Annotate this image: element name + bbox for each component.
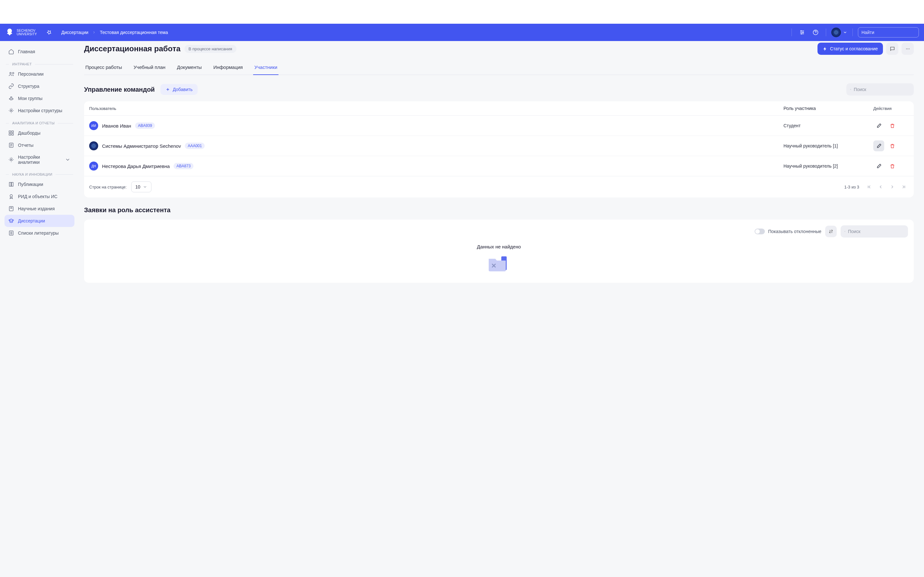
svg-point-7 [11, 97, 12, 98]
sidebar-item-label: Структура [18, 84, 39, 89]
global-search[interactable] [858, 27, 919, 37]
user-badge: ABA873 [174, 163, 194, 169]
team-search[interactable] [846, 83, 914, 95]
breadcrumb-item-1[interactable]: Тестовая диссертационная тема [100, 30, 168, 35]
page-title: Диссертационная работа [84, 44, 181, 53]
svg-point-6 [10, 73, 11, 74]
app-header: SECHENOV UNIVERSITY Диссертации Тестовая… [0, 24, 924, 41]
sidebar-item-structure-settings[interactable]: Настройки структуры [5, 105, 74, 117]
delete-button[interactable] [887, 120, 898, 131]
search-icon [850, 87, 851, 92]
sidebar-item-analytics-settings[interactable]: Настройки аналитики [5, 151, 74, 168]
medal-icon [8, 193, 14, 199]
global-search-input[interactable] [861, 30, 918, 35]
svg-point-9 [12, 98, 13, 99]
user-name: Иванов Иван [102, 123, 131, 129]
rows-per-page-select[interactable]: 10 [131, 181, 152, 192]
chevron-down-icon [143, 185, 147, 189]
sidebar-item-label: Списки литературы [18, 230, 59, 235]
add-button-label: Добавить [173, 87, 192, 92]
show-rejected-label: Показывать отклоненные [768, 229, 821, 234]
svg-point-27 [845, 231, 845, 232]
empty-state-text: Данных не найдено [90, 244, 908, 250]
tab-process[interactable]: Процесс работы [84, 61, 123, 75]
chevron-right-icon [92, 31, 96, 34]
team-search-input[interactable] [854, 87, 910, 92]
tab-info[interactable]: Информация [212, 61, 244, 75]
sidebar-section-label: АНАЛИТИКА И ОТЧЕТЫ [12, 121, 55, 125]
note-icon [8, 206, 14, 211]
tab-participants[interactable]: Участники [253, 61, 279, 75]
sort-icon [829, 229, 834, 234]
sidebar-item-people[interactable]: Персоналии [5, 68, 74, 80]
status-button[interactable]: Статус и согласование [817, 43, 883, 55]
next-page-button[interactable] [887, 182, 897, 192]
user-avatar: ДН [89, 161, 98, 171]
assistants-search-input[interactable] [848, 229, 904, 234]
sort-button[interactable] [825, 226, 837, 237]
user-avatar [89, 141, 98, 150]
bolt-icon [822, 47, 827, 51]
sidebar-item-bibliography[interactable]: Списки литературы [5, 227, 74, 239]
edit-button[interactable] [873, 161, 884, 171]
fingerprint-icon [91, 143, 96, 148]
sidebar: Главная ИНТРАНЕТ Персоналии Структура Мо… [0, 24, 79, 295]
sidebar-item-dashboards[interactable]: Дашборды [5, 127, 74, 139]
sidebar-item-publications[interactable]: Публикации [5, 178, 74, 190]
svg-point-20 [906, 48, 907, 49]
sidebar-item-label: Отчеты [18, 143, 33, 148]
edit-icon [876, 143, 882, 149]
trash-icon [890, 123, 895, 129]
first-page-button[interactable] [864, 182, 874, 192]
edit-button[interactable] [873, 140, 884, 151]
grad-cap-icon [8, 218, 14, 224]
delete-button[interactable] [887, 140, 898, 151]
settings-button[interactable] [797, 27, 807, 37]
user-role: Научный руководитель [1] [783, 143, 873, 148]
last-page-button[interactable] [899, 182, 909, 192]
sidebar-item-reports[interactable]: Отчеты [5, 139, 74, 151]
assistants-title: Заявки на роль ассистента [84, 206, 914, 214]
sidebar-item-dissertations[interactable]: Диссертации [5, 215, 74, 227]
comment-icon [890, 46, 895, 52]
user-role: Научный руководитель [2] [783, 163, 873, 169]
sidebar-item-groups[interactable]: Мои группы [5, 92, 74, 105]
more-button[interactable] [901, 43, 914, 55]
comments-button[interactable] [886, 43, 898, 55]
add-button[interactable]: Добавить [160, 84, 198, 95]
sidebar-item-label: Настройки аналитики [18, 155, 61, 165]
help-button[interactable] [811, 27, 821, 37]
show-rejected-toggle[interactable] [754, 229, 765, 234]
status-badge: В процессе написания [184, 45, 236, 53]
fingerprint-icon [834, 30, 838, 35]
book-icon [8, 181, 14, 187]
people-icon [8, 71, 14, 77]
sidebar-section-label: ИНТРАНЕТ [12, 62, 32, 66]
table-header-role: Роль участника [783, 106, 873, 111]
rows-per-page-label: Строк на странице: [89, 185, 127, 189]
svg-point-21 [907, 48, 908, 49]
sidebar-item-rid[interactable]: РИД и объекты ИС [5, 190, 74, 203]
tab-curriculum[interactable]: Учебный план [132, 61, 166, 75]
more-icon [905, 46, 911, 52]
edit-icon [876, 163, 882, 169]
breadcrumb-item-0[interactable]: Диссертации [61, 30, 88, 35]
header-logo[interactable]: SECHENOV UNIVERSITY [5, 28, 37, 37]
table-header-user: Пользователь [89, 106, 783, 111]
assistants-search[interactable] [841, 226, 908, 237]
pin-icon [47, 30, 52, 35]
prev-page-button[interactable] [876, 182, 885, 192]
assistants-card: Показывать отклоненные Данных не найдено [84, 219, 914, 283]
svg-point-23 [851, 89, 851, 90]
sidebar-item-home[interactable]: Главная [5, 45, 74, 58]
trash-icon [890, 143, 895, 149]
pin-toggle[interactable] [45, 28, 53, 37]
sidebar-item-structure[interactable]: Структура [5, 80, 74, 92]
edit-button[interactable] [873, 120, 884, 131]
trash-icon [890, 163, 895, 169]
user-menu[interactable] [831, 27, 847, 37]
tab-documents[interactable]: Документы [176, 61, 203, 75]
delete-button[interactable] [887, 161, 898, 171]
sidebar-item-journals[interactable]: Научные издания [5, 203, 74, 215]
plus-icon [166, 87, 170, 92]
